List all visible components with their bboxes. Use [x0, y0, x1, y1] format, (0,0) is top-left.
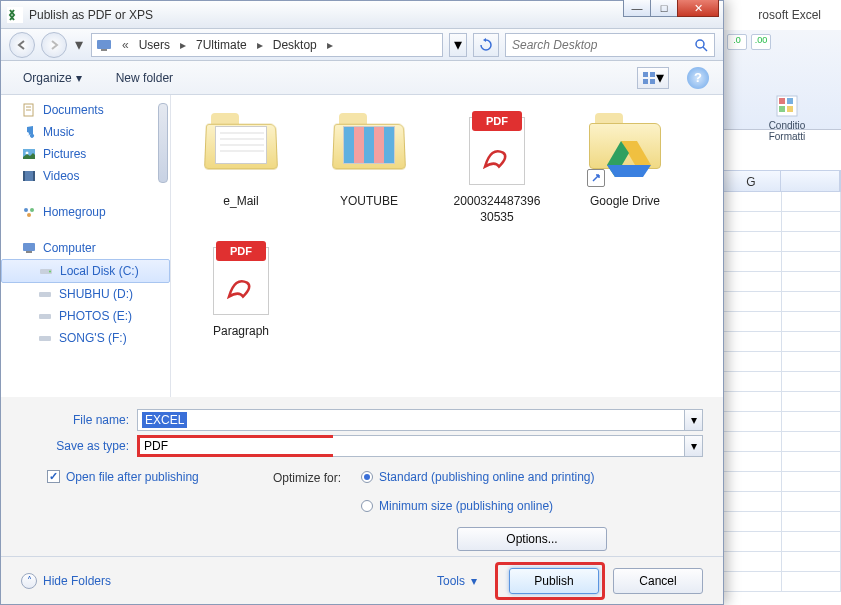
- pdf-badge-icon: PDF: [216, 241, 266, 261]
- search-box[interactable]: [505, 33, 715, 57]
- maximize-button[interactable]: □: [650, 0, 678, 17]
- computer-icon: [21, 240, 37, 256]
- svg-rect-7: [101, 49, 107, 51]
- sidebar-homegroup[interactable]: Homegroup: [1, 201, 170, 223]
- file-area[interactable]: e_Mail YOUTUBE PDF 2000324487396 30535: [171, 95, 723, 397]
- computer-icon: [96, 37, 112, 53]
- homegroup-icon: [21, 204, 37, 220]
- svg-rect-13: [650, 79, 655, 84]
- svg-rect-31: [39, 336, 51, 341]
- drive-icon: [37, 308, 53, 324]
- sidebar-computer[interactable]: Computer: [1, 237, 170, 259]
- search-input[interactable]: [512, 38, 694, 52]
- breadcrumb-7ultimate[interactable]: 7Ultimate: [192, 36, 251, 54]
- radio-icon: [361, 500, 373, 512]
- pictures-icon: [21, 146, 37, 162]
- file-email-folder[interactable]: e_Mail: [177, 105, 305, 235]
- sidebar-drive-f[interactable]: SONG'S (F:): [1, 327, 170, 349]
- drive-icon: [37, 286, 53, 302]
- sidebar-videos[interactable]: Videos: [1, 165, 170, 187]
- savetype-value: PDF: [144, 439, 168, 453]
- bottom-bar: ˄ Hide Folders Tools ▾ Publish Cancel: [1, 556, 723, 604]
- breadcrumb[interactable]: « Users▸ 7Ultimate▸ Desktop▸: [91, 33, 443, 57]
- conditional-formatting-button[interactable]: Conditio Formatti: [737, 90, 837, 146]
- options-button[interactable]: Options...: [457, 527, 607, 551]
- breadcrumb-dropdown[interactable]: ▾: [449, 33, 467, 57]
- drive-icon: [38, 263, 54, 279]
- filename-label: File name:: [21, 413, 137, 427]
- svg-point-23: [30, 208, 34, 212]
- svg-rect-4: [787, 106, 793, 112]
- cancel-button[interactable]: Cancel: [613, 568, 703, 594]
- svg-rect-11: [650, 72, 655, 77]
- svg-point-22: [24, 208, 28, 212]
- col-header-g[interactable]: G: [722, 171, 781, 191]
- navbar: ▾ « Users▸ 7Ultimate▸ Desktop▸ ▾: [1, 29, 723, 61]
- breadcrumb-desktop[interactable]: Desktop: [269, 36, 321, 54]
- breadcrumb-users[interactable]: Users: [135, 36, 174, 54]
- excel-file-icon: [7, 7, 23, 23]
- svg-marker-39: [607, 165, 651, 177]
- svg-point-8: [696, 40, 704, 48]
- publish-dialog: Publish as PDF or XPS — □ ✕ ▾ « Users▸ 7…: [0, 0, 724, 605]
- videos-icon: [21, 168, 37, 184]
- excel-grid[interactable]: G: [721, 170, 841, 600]
- back-button[interactable]: [9, 32, 35, 58]
- svg-rect-10: [643, 72, 648, 77]
- minimize-button[interactable]: —: [623, 0, 651, 17]
- svg-rect-20: [23, 171, 25, 181]
- sidebar-scrollbar[interactable]: [158, 103, 168, 183]
- drive-icon: [37, 330, 53, 346]
- hide-folders-button[interactable]: ˄ Hide Folders: [21, 573, 111, 589]
- forward-button[interactable]: [41, 32, 67, 58]
- savetype-dropdown[interactable]: ▾: [684, 436, 702, 456]
- svg-rect-30: [39, 314, 51, 319]
- filename-dropdown[interactable]: ▾: [684, 410, 702, 430]
- dialog-title: Publish as PDF or XPS: [29, 8, 717, 22]
- savetype-label: Save as type:: [21, 439, 137, 453]
- filename-value[interactable]: EXCEL: [142, 412, 187, 428]
- svg-rect-1: [779, 98, 785, 104]
- tools-button[interactable]: Tools ▾: [437, 574, 477, 588]
- shortcut-icon: [587, 169, 605, 187]
- refresh-button[interactable]: [473, 33, 499, 57]
- savetype-field[interactable]: PDF: [137, 435, 337, 457]
- increase-decimal-icon[interactable]: .0: [727, 34, 747, 50]
- new-folder-button[interactable]: New folder: [108, 67, 181, 89]
- svg-point-28: [49, 271, 51, 273]
- open-after-checkbox[interactable]: Open file after publishing: [47, 469, 231, 486]
- svg-rect-25: [23, 243, 35, 251]
- history-dropdown[interactable]: ▾: [73, 35, 85, 55]
- svg-line-9: [703, 47, 707, 51]
- excel-app-title: rosoft Excel: [758, 8, 821, 22]
- sidebar-pictures[interactable]: Pictures: [1, 143, 170, 165]
- sidebar-music[interactable]: Music: [1, 121, 170, 143]
- svg-rect-12: [643, 79, 648, 84]
- view-button[interactable]: ▾: [637, 67, 669, 89]
- file-pdf-20003[interactable]: PDF 2000324487396 30535: [433, 105, 561, 235]
- help-button[interactable]: ?: [687, 67, 709, 89]
- file-paragraph-pdf[interactable]: PDF Paragraph: [177, 235, 305, 365]
- filename-field[interactable]: EXCEL ▾: [137, 409, 703, 431]
- decrease-decimal-icon[interactable]: .00: [751, 34, 771, 50]
- savetype-field-ext[interactable]: ▾: [333, 435, 703, 457]
- publish-button[interactable]: Publish: [509, 568, 599, 594]
- radio-standard[interactable]: Standard (publishing online and printing…: [361, 469, 703, 486]
- excel-background: rosoft Excel .0 .00 Conditio Formatti G: [721, 0, 841, 605]
- close-button[interactable]: ✕: [677, 0, 719, 17]
- file-youtube-folder[interactable]: YOUTUBE: [305, 105, 433, 235]
- file-google-drive[interactable]: Google Drive: [561, 105, 689, 235]
- svg-rect-6: [97, 40, 111, 49]
- svg-rect-26: [26, 251, 32, 253]
- organize-button[interactable]: Organize ▾: [15, 67, 90, 89]
- search-icon: [694, 38, 708, 52]
- radio-minimum[interactable]: Minimum size (publishing online): [361, 498, 703, 515]
- sidebar-drive-e[interactable]: PHOTOS (E:): [1, 305, 170, 327]
- svg-rect-2: [787, 98, 793, 104]
- sidebar-documents[interactable]: Documents: [1, 99, 170, 121]
- sidebar-drive-d[interactable]: SHUBHU (D:): [1, 283, 170, 305]
- excel-ribbon: .0 .00 Conditio Formatti: [721, 30, 841, 130]
- sidebar: Documents Music Pictures Videos Homegrou…: [1, 95, 171, 397]
- sidebar-drive-c[interactable]: Local Disk (C:): [1, 259, 170, 283]
- chevron-down-icon: ▾: [76, 71, 82, 85]
